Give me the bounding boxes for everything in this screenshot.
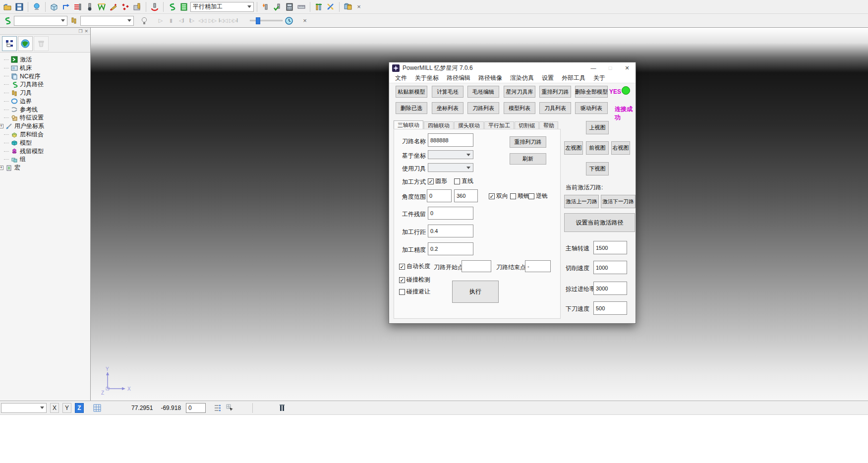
close-button[interactable]: ✕ <box>619 62 636 73</box>
delete-all-models-button[interactable]: 删除全部模型 <box>575 86 608 98</box>
circle-checkbox[interactable]: ✓圆形 <box>428 177 447 185</box>
base-coord-select[interactable] <box>428 150 473 159</box>
tab-explorer-recycle[interactable] <box>34 36 49 51</box>
clock-icon[interactable] <box>284 15 294 26</box>
bulb-icon[interactable] <box>139 15 150 26</box>
simulation-speed-slider[interactable] <box>250 16 283 26</box>
toolpath-name-input[interactable] <box>428 133 473 147</box>
calc-stock-button[interactable]: 计算毛坯 <box>432 86 463 98</box>
pointer-snap-icon[interactable] <box>225 403 235 413</box>
step-back-icon[interactable]: ◁I <box>176 16 186 26</box>
start-point-input[interactable] <box>462 260 491 272</box>
plunge-feed-input[interactable] <box>593 301 627 315</box>
shaded-view-icon[interactable] <box>31 1 42 12</box>
expand-icon[interactable]: + <box>0 166 3 170</box>
paste-new-model-button[interactable]: 粘贴新模型 <box>396 86 427 98</box>
tab-parallel[interactable]: 平行加工 <box>484 121 514 129</box>
refresh-button[interactable]: 刷新 <box>510 153 546 165</box>
tree-item-activate[interactable]: 激活 <box>4 56 90 64</box>
tool-library-button[interactable]: 星河刀具库 <box>504 86 535 98</box>
slider-handle[interactable] <box>256 17 260 24</box>
tree-item-boundaries[interactable]: 边界 <box>4 97 90 106</box>
tab-explorer-tree[interactable] <box>2 36 17 51</box>
tool-star-icon[interactable] <box>260 1 271 12</box>
tool-block-icon[interactable] <box>132 1 143 12</box>
feed-rate-icon[interactable] <box>72 1 83 12</box>
calculator-icon[interactable] <box>284 1 295 12</box>
tree-item-macros[interactable]: +宏 <box>4 164 90 172</box>
menu-render-sim[interactable]: 渲染仿真 <box>506 74 538 82</box>
save-project-icon[interactable] <box>14 1 25 12</box>
axis-y-button[interactable]: Y <box>62 403 71 413</box>
step-forward-icon[interactable]: I▷ <box>187 16 196 26</box>
rapid-move-icon[interactable] <box>60 1 71 12</box>
activate-prev-toolpath-button[interactable]: 激活上一刀路 <box>564 195 599 208</box>
line-checkbox[interactable]: 直线 <box>454 177 473 185</box>
model-list-button[interactable]: 模型列表 <box>504 102 535 114</box>
use-tool-select[interactable] <box>428 163 473 172</box>
cutting-feed-input[interactable] <box>593 261 627 274</box>
sim-tool-dropdown[interactable] <box>80 16 134 26</box>
close-panel-icon[interactable]: ✕ <box>84 29 88 34</box>
maximize-button[interactable]: □ <box>602 62 619 73</box>
delete-selected-button[interactable]: 删除已选 <box>396 102 427 114</box>
minimize-button[interactable]: — <box>585 62 602 73</box>
view-right-button[interactable]: 右视图 <box>611 141 630 155</box>
tree-item-feature-sets[interactable]: 特征设置 <box>4 114 90 122</box>
activate-next-toolpath-button[interactable]: 激活下一刀路 <box>601 195 636 208</box>
tool-check-icon[interactable] <box>272 1 283 12</box>
menu-path-mirror[interactable]: 路径镜像 <box>474 74 506 82</box>
tab-explorer-web[interactable] <box>18 36 33 51</box>
stock-remain-input[interactable] <box>428 207 473 220</box>
stepover-input[interactable] <box>428 225 473 237</box>
tab-swivel-head[interactable]: 摆头联动 <box>454 121 484 129</box>
tree-item-nc-programs[interactable]: NC程序 <box>4 72 90 81</box>
cursor-z-input[interactable]: 0 <box>186 403 206 413</box>
strategy-icon[interactable] <box>96 1 107 12</box>
tree-item-levels-sets[interactable]: 层和组合 <box>4 130 90 139</box>
tree-item-groups[interactable]: 组 <box>4 156 90 164</box>
close-toolbar-icon[interactable]: × <box>354 2 363 11</box>
exchange-icon[interactable] <box>325 1 336 12</box>
axis-z-button[interactable]: Z <box>75 403 84 413</box>
menu-path-edit[interactable]: 路径编辑 <box>443 74 474 82</box>
sim-toolpath-dropdown[interactable] <box>14 16 67 26</box>
tool-list-button[interactable]: 刀具列表 <box>539 102 571 114</box>
view-top-button[interactable]: 上视图 <box>586 121 609 134</box>
climb-mill-checkbox[interactable]: 顺铣 <box>510 192 529 200</box>
tree-item-models[interactable]: 模型 <box>4 139 90 147</box>
spindle-speed-input[interactable] <box>593 241 627 254</box>
fast-forward-icon[interactable]: ▷▷ <box>208 16 217 26</box>
float-panel-icon[interactable]: ❐ <box>78 29 82 34</box>
tree-item-toolpaths[interactable]: 刀具路径 <box>4 80 90 89</box>
menu-about[interactable]: 关于 <box>589 74 609 82</box>
tool-holder-icon[interactable] <box>277 403 288 413</box>
angle-to-input[interactable] <box>454 189 478 202</box>
drive-list-button[interactable]: 驱动列表 <box>575 102 608 114</box>
coord-list-button[interactable]: 坐标列表 <box>432 102 463 114</box>
compare-models-icon[interactable] <box>343 1 353 12</box>
view-bottom-button[interactable]: 下视图 <box>586 162 609 175</box>
collision-check-checkbox[interactable]: ✓碰撞检测 <box>399 276 430 284</box>
open-project-icon[interactable] <box>2 1 13 12</box>
pattern-icon[interactable] <box>108 1 119 12</box>
tree-item-stock-models[interactable]: 残留模型 <box>4 147 90 156</box>
stock-edit-button[interactable]: 毛坯编辑 <box>467 86 499 98</box>
tree-item-machine[interactable]: 机床 <box>4 64 90 72</box>
menu-file[interactable]: 文件 <box>391 74 411 82</box>
grid-toggle-icon[interactable] <box>92 403 103 413</box>
tree-item-patterns[interactable]: 参考线 <box>4 106 90 114</box>
tree-item-tools[interactable]: 刀具 <box>4 89 90 97</box>
view-left-button[interactable]: 左视图 <box>564 141 583 155</box>
pause-icon[interactable]: II <box>166 16 175 26</box>
both-direction-checkbox[interactable]: ✓双向 <box>489 192 508 200</box>
conventional-mill-checkbox[interactable]: 逆铣 <box>528 192 548 200</box>
go-to-end-icon[interactable]: ▷▷I <box>229 16 238 26</box>
tab-help[interactable]: 帮助 <box>539 121 558 129</box>
collision-avoid-checkbox[interactable]: 碰撞避让 <box>399 288 430 296</box>
set-active-path-button[interactable]: 设置当前激活路径 <box>564 213 635 232</box>
tree-item-workplanes[interactable]: +用户坐标系 <box>4 122 90 130</box>
graphics-viewport[interactable]: Y X Z PowerMILL 忆梦星河 7.0.6 — □ ✕ 文件 关于坐标… <box>91 28 868 401</box>
rearrange-button[interactable]: 重排列刀路 <box>510 136 546 148</box>
execute-button[interactable]: 执行 <box>452 281 499 303</box>
